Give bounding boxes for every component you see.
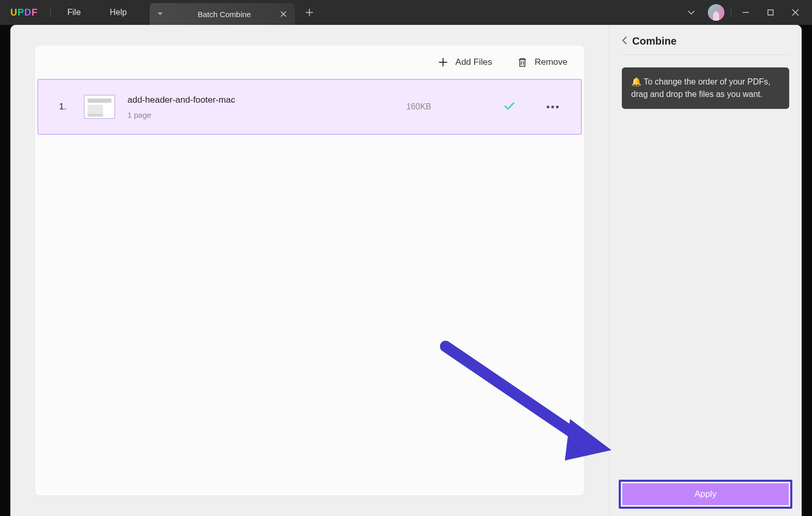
user-avatar[interactable] bbox=[708, 4, 724, 21]
minimize-button[interactable] bbox=[733, 0, 758, 25]
trash-icon bbox=[517, 57, 528, 67]
app-logo: UPDF bbox=[10, 7, 38, 18]
file-pages: 1 page bbox=[127, 110, 235, 119]
check-icon bbox=[504, 102, 515, 112]
separator bbox=[50, 7, 51, 18]
svg-rect-0 bbox=[768, 10, 773, 15]
side-panel: Combine 🔔 To change the order of your PD… bbox=[609, 25, 802, 516]
back-icon[interactable] bbox=[622, 36, 627, 47]
remove-button[interactable]: Remove bbox=[517, 57, 567, 67]
add-files-button[interactable]: Add Files bbox=[438, 57, 492, 67]
maximize-button[interactable] bbox=[758, 0, 783, 25]
workspace: Add Files Remove 1. add-header-and-foote… bbox=[10, 25, 802, 516]
new-tab-icon[interactable] bbox=[299, 2, 320, 23]
file-list: 1. add-header-and-footer-mac 1 page 160K… bbox=[35, 79, 584, 135]
file-toolbar: Add Files Remove bbox=[35, 46, 584, 79]
titlebar-controls bbox=[679, 0, 812, 25]
add-files-label: Add Files bbox=[455, 57, 492, 67]
main-area: Add Files Remove 1. add-header-and-foote… bbox=[10, 25, 609, 516]
tab-close-icon[interactable] bbox=[278, 9, 289, 19]
more-icon[interactable]: ••• bbox=[546, 101, 560, 113]
apply-button[interactable]: Apply bbox=[622, 483, 789, 505]
menu-help[interactable]: Help bbox=[95, 8, 141, 17]
file-thumbnail bbox=[84, 95, 115, 119]
tab-batch-combine[interactable]: Batch Combine bbox=[150, 3, 295, 25]
apply-highlight: Apply bbox=[619, 480, 792, 509]
dropdown-icon[interactable] bbox=[679, 0, 704, 25]
apply-section: Apply bbox=[619, 475, 792, 509]
plus-icon bbox=[438, 57, 448, 67]
apply-label: Apply bbox=[694, 489, 717, 499]
tab-strip: Batch Combine bbox=[150, 0, 320, 25]
file-index: 1. bbox=[59, 102, 76, 112]
file-size: 160KB bbox=[406, 102, 431, 111]
menu-file[interactable]: File bbox=[53, 8, 95, 17]
remove-label: Remove bbox=[535, 57, 567, 67]
file-panel: Add Files Remove 1. add-header-and-foote… bbox=[35, 46, 584, 495]
close-window-button[interactable] bbox=[783, 0, 808, 25]
side-header: Combine bbox=[622, 35, 789, 55]
title-bar: UPDF File Help Batch Combine bbox=[0, 0, 812, 25]
file-name: add-header-and-footer-mac bbox=[127, 95, 235, 105]
side-title: Combine bbox=[632, 35, 677, 47]
separator bbox=[731, 7, 731, 18]
tip-box: 🔔 To change the order of your PDFs, drag… bbox=[622, 67, 789, 109]
tab-dropdown-icon[interactable] bbox=[150, 3, 170, 25]
tab-title: Batch Combine bbox=[170, 10, 278, 19]
file-row[interactable]: 1. add-header-and-footer-mac 1 page 160K… bbox=[37, 79, 582, 135]
tip-text: 🔔 To change the order of your PDFs, drag… bbox=[631, 77, 771, 99]
file-info: add-header-and-footer-mac 1 page bbox=[127, 95, 235, 119]
